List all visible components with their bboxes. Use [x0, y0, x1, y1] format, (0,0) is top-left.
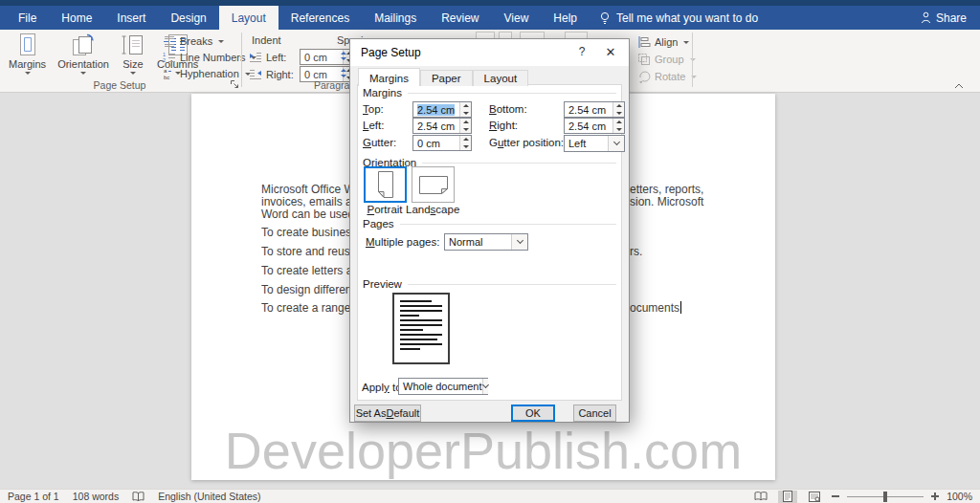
dialog-tab-margins[interactable]: Margins [358, 68, 420, 86]
spinner-buttons[interactable] [459, 119, 471, 133]
line-numbers-button[interactable]: 12 Line Numbers [163, 51, 256, 64]
landscape-page-icon [418, 174, 449, 195]
dropdown-caret-icon [683, 41, 689, 44]
dropdown-caret-icon [130, 72, 136, 75]
indent-right-icon [249, 68, 262, 81]
margins-label: Margins [9, 58, 46, 70]
spinner-buttons[interactable] [612, 119, 624, 133]
indent-left-input[interactable]: 0 cm [300, 49, 355, 65]
watermark-text: DeveloperPublish.com [225, 421, 742, 480]
tab-insert[interactable]: Insert [104, 6, 158, 30]
tab-mailings[interactable]: Mailings [362, 6, 429, 30]
apply-to-dropdown[interactable]: Whole document [398, 378, 488, 395]
zoom-in-button[interactable] [931, 492, 939, 500]
lightbulb-icon [599, 11, 611, 25]
set-as-default-button[interactable]: Set As Default [354, 405, 421, 422]
text-cursor [680, 301, 681, 314]
page-setup-dialog-launcher[interactable] [230, 79, 239, 89]
portrait-page-icon [375, 170, 396, 199]
gutter-position-dropdown[interactable]: Left [564, 135, 625, 152]
cancel-button[interactable]: Cancel [573, 405, 616, 422]
spinner-buttons[interactable] [459, 102, 471, 117]
share-label: Share [936, 11, 967, 25]
indent-left-label: Left: [266, 52, 296, 63]
orientation-label: Orientation [57, 58, 109, 70]
zoom-slider-thumb[interactable] [883, 492, 887, 502]
web-layout-button[interactable] [805, 491, 824, 503]
dialog-tab-paper[interactable]: Paper [420, 70, 473, 86]
document-text-line: ocuments [630, 301, 681, 315]
left-margin-input[interactable]: 2.54 cm [412, 118, 472, 134]
left-margin-label: Left: [363, 118, 384, 134]
dropdown-caret-icon [218, 40, 224, 43]
word-count[interactable]: 108 words [73, 491, 119, 502]
tab-design[interactable]: Design [158, 6, 218, 30]
bottom-margin-label: Bottom: [489, 101, 527, 118]
share-person-icon [921, 11, 931, 24]
ok-button[interactable]: OK [511, 405, 555, 422]
portrait-label: Portrait [362, 204, 408, 215]
zoom-slider[interactable] [847, 496, 924, 497]
share-button[interactable]: Share [921, 6, 967, 30]
dialog-tab-layout[interactable]: Layout [473, 70, 529, 86]
breaks-icon [163, 34, 176, 48]
spacing-stepper-fragment [341, 69, 346, 77]
document-text-line: etters, reports, [630, 183, 703, 196]
proofing-icon[interactable] [132, 492, 145, 502]
top-margin-label: Top: [363, 101, 384, 118]
landscape-button[interactable] [412, 166, 455, 203]
tab-home[interactable]: Home [49, 6, 104, 30]
dialog-help-button[interactable]: ? [568, 39, 596, 64]
occluded-button-top [520, 32, 545, 38]
size-icon [121, 33, 145, 57]
read-mode-button[interactable] [751, 491, 770, 503]
zoom-level[interactable]: 100% [947, 491, 972, 502]
top-margin-input[interactable]: 2.54 cm [412, 101, 472, 118]
gutter-input[interactable]: 0 cm [412, 135, 472, 151]
margins-icon [15, 33, 40, 57]
dialog-close-button[interactable]: ✕ [596, 39, 625, 64]
rotate-label: Rotate [655, 71, 685, 82]
dialog-tab-page: Margins Top: 2.54 cm Bottom: 2.54 cm Lef… [357, 84, 622, 401]
dropdown-arrow-icon [511, 234, 527, 250]
status-bar: Page 1 of 1 108 words English (United St… [0, 489, 980, 503]
breaks-label: Breaks [180, 35, 212, 47]
occluded-button-top [476, 32, 495, 38]
tab-references[interactable]: References [278, 6, 362, 30]
rotate-icon [637, 70, 651, 83]
multiple-pages-label: Multiple pages: [366, 234, 439, 251]
tab-layout[interactable]: Layout [219, 6, 278, 30]
dropdown-caret-icon [80, 72, 86, 75]
margins-button[interactable]: Margins [4, 31, 51, 75]
size-label: Size [122, 58, 143, 70]
collapse-ribbon-button[interactable] [954, 83, 964, 89]
indent-right-label: Right: [266, 69, 296, 80]
group-icon [637, 53, 651, 66]
spinner-buttons[interactable] [459, 136, 471, 150]
tab-review[interactable]: Review [429, 6, 491, 30]
align-button[interactable]: Align [637, 35, 689, 49]
page-setup-dialog: Page Setup ? ✕ Margins Paper Layout Marg… [349, 38, 630, 423]
bottom-margin-input[interactable]: 2.54 cm [564, 101, 625, 118]
size-button[interactable]: Size [116, 31, 150, 75]
hyphenation-icon: abc [163, 67, 176, 80]
tab-file[interactable]: File [6, 6, 49, 30]
orientation-icon [71, 33, 96, 57]
orientation-button[interactable]: Orientation [53, 31, 114, 75]
multiple-pages-dropdown[interactable]: Normal [444, 233, 528, 251]
page-indicator[interactable]: Page 1 of 1 [8, 491, 59, 502]
print-layout-button[interactable] [778, 491, 797, 503]
tab-help[interactable]: Help [541, 6, 590, 30]
document-text-line: rs. [630, 245, 642, 258]
right-margin-input[interactable]: 2.54 cm [564, 118, 625, 134]
spinner-buttons[interactable] [612, 102, 624, 117]
landscape-label: Landscape [406, 204, 459, 215]
tell-me-box[interactable]: Tell me what you want to do [599, 6, 758, 30]
zoom-out-button[interactable] [832, 495, 839, 497]
breaks-button[interactable]: Breaks [163, 34, 256, 48]
hyphenation-button[interactable]: abc Hyphenation [163, 67, 256, 80]
tab-view[interactable]: View [492, 6, 542, 30]
svg-text:2: 2 [163, 57, 166, 63]
language-indicator[interactable]: English (United States) [158, 491, 260, 502]
portrait-button[interactable] [364, 166, 407, 203]
